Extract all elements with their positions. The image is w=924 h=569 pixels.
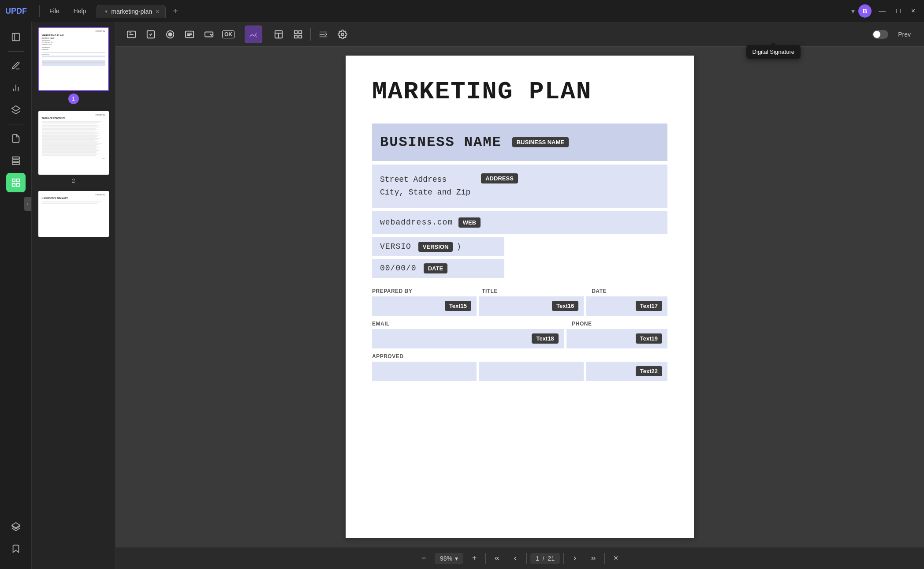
last-page-btn[interactable] xyxy=(586,551,601,566)
thumb-web: webaddress.com xyxy=(42,44,105,45)
sidebar-icon-layers-bottom[interactable] xyxy=(6,517,26,536)
address-content: Street Address City, State and Zip ADDRE… xyxy=(380,173,659,199)
first-page-btn[interactable] xyxy=(489,551,504,566)
tab-marketing-plan[interactable]: ▾ marketing-plan × xyxy=(97,5,166,18)
sidebar-icon-layers[interactable] xyxy=(6,100,26,120)
ok-button-tool-btn[interactable]: OK xyxy=(220,26,237,43)
sidebar-icon-pencil[interactable] xyxy=(6,56,26,75)
sidebar-icon-book[interactable] xyxy=(6,27,26,47)
thumb-page-1[interactable]: CONFIDENTIAL MARKETING PLAN BUSINESS NAM… xyxy=(38,27,109,104)
sidebar-icon-bookmark[interactable] xyxy=(6,539,26,558)
thumb-version: VERSION(0.0) xyxy=(42,47,105,49)
new-tab-button[interactable]: + xyxy=(169,5,182,17)
address-text: Street Address City, State and Zip xyxy=(380,173,470,199)
svg-rect-10 xyxy=(16,179,19,182)
page-display: 1 / 21 xyxy=(530,553,560,564)
approved-row: Text22 xyxy=(372,362,667,381)
sidebar-icon-chart[interactable] xyxy=(6,78,26,97)
toc-line xyxy=(42,149,98,150)
prev-button[interactable]: Prev xyxy=(892,28,917,41)
exec-line xyxy=(42,203,98,204)
svg-rect-11 xyxy=(12,183,15,186)
toggle-switch[interactable] xyxy=(872,30,888,39)
title-bar: UPDF File Help ▾ marketing-plan × + ▾ B … xyxy=(0,0,924,22)
tabs-dropdown-icon[interactable]: ▾ xyxy=(851,7,855,15)
thumb-number-1: 1 xyxy=(68,94,79,104)
prep-labels-row: PREPARED BY TITLE DATE xyxy=(372,287,667,295)
thumb-line-3 xyxy=(42,62,105,63)
panel-collapse-btn[interactable]: ‹ xyxy=(24,197,31,211)
close-btn[interactable]: × xyxy=(908,5,919,17)
sidebar-icon-doc[interactable] xyxy=(6,129,26,148)
sidebar-divider-1 xyxy=(8,51,24,52)
ok-label: OK xyxy=(222,30,235,38)
biz-name-text: BUSINESS NAME xyxy=(380,134,502,150)
grid-tool-btn[interactable] xyxy=(289,26,307,43)
signature-tool-btn[interactable] xyxy=(245,26,262,43)
thumb-frame-3: CONFIDENTIAL I. EXECUTIVE SUMMARY xyxy=(38,191,109,237)
sidebar-icon-grid[interactable] xyxy=(6,173,26,192)
radio-tool-btn[interactable] xyxy=(161,26,179,43)
text-field-tool-btn[interactable] xyxy=(123,26,140,43)
menu-file[interactable]: File xyxy=(43,6,66,16)
thumb-toc-lines xyxy=(42,121,105,156)
email-label-cell: EMAIL xyxy=(372,319,563,327)
date-block: 00/00/0 DATE xyxy=(372,259,504,278)
window-controls: ▾ B — □ × xyxy=(851,4,919,18)
minimize-btn[interactable]: — xyxy=(875,5,889,17)
thumb-confidential-1: CONFIDENTIAL xyxy=(42,30,105,32)
web-block: webaddress.com WEB xyxy=(372,211,667,234)
version-tag: VERSION xyxy=(418,242,453,252)
approved-text3-cell: Text22 xyxy=(586,362,667,381)
layout-tool-btn[interactable] xyxy=(270,26,287,43)
next-page-btn[interactable] xyxy=(567,551,582,566)
menu-help[interactable]: Help xyxy=(67,6,93,16)
dropdown-tool-btn[interactable] xyxy=(200,26,218,43)
align-tool-btn[interactable] xyxy=(314,26,332,43)
toc-line xyxy=(42,153,100,154)
prep-by-label-cell: PREPARED BY xyxy=(372,287,473,295)
thumb-page-3[interactable]: CONFIDENTIAL I. EXECUTIVE SUMMARY xyxy=(38,191,109,240)
doc-title: MARKETING PLAN xyxy=(372,78,667,106)
bottom-nav: − 98% ▾ + 1 / 21 xyxy=(116,547,924,569)
maximize-btn[interactable]: □ xyxy=(893,5,904,17)
toolbar: OK xyxy=(116,22,924,47)
thumb-date: 00/00/0000 xyxy=(42,49,105,51)
list-tool-btn[interactable] xyxy=(181,26,198,43)
zoom-in-btn[interactable]: + xyxy=(467,551,482,566)
title-label: TITLE xyxy=(482,288,498,294)
address-tag: ADDRESS xyxy=(481,173,518,183)
main-layout: ‹ CONFIDENTIAL MARKETING PLAN BUSINESS N… xyxy=(0,22,924,569)
checkbox-tool-btn[interactable] xyxy=(142,26,160,43)
zoom-dropdown-icon[interactable]: ▾ xyxy=(455,555,458,562)
biz-name-row: BUSINESS NAME BUSINESS NAME xyxy=(380,134,659,150)
sidebar-icon-stack[interactable] xyxy=(6,151,26,170)
zoom-display: 98% ▾ xyxy=(435,553,463,564)
settings-tool-btn[interactable] xyxy=(334,26,351,43)
svg-marker-5 xyxy=(11,106,19,111)
page-total: 21 xyxy=(548,555,555,562)
text19-cell: Text19 xyxy=(566,329,667,348)
svg-rect-6 xyxy=(12,157,19,159)
thumb-pagenum-1: Page 1 xyxy=(42,67,105,68)
email-phone-row: Text18 Text19 xyxy=(372,329,667,348)
toc-line xyxy=(42,132,97,133)
thumb-page-2[interactable]: CONFIDENTIAL TABLE OF CONTENTS xyxy=(38,111,109,184)
sidebar-bottom xyxy=(6,517,26,564)
approved-label: APPROVED xyxy=(372,353,403,359)
prev-page-btn[interactable] xyxy=(508,551,523,566)
zoom-out-btn[interactable]: − xyxy=(416,551,431,566)
tab-close-btn[interactable]: × xyxy=(156,8,159,15)
document-view[interactable]: MARKETING PLAN BUSINESS NAME BUSINESS NA… xyxy=(116,47,924,547)
toc-line xyxy=(42,138,100,139)
prep-input-row: Text15 Text16 Text17 xyxy=(372,296,667,316)
close-nav-btn[interactable]: × xyxy=(608,551,623,566)
user-avatar[interactable]: B xyxy=(858,4,872,18)
thumb-pagenum-2: Page 2 xyxy=(42,158,105,159)
toc-line xyxy=(42,152,96,153)
tab-dropdown-arrow[interactable]: ▾ xyxy=(105,8,108,15)
divider xyxy=(39,5,40,17)
date-label2: DATE xyxy=(592,288,607,294)
toc-line xyxy=(42,129,98,130)
exec-line xyxy=(42,202,99,203)
